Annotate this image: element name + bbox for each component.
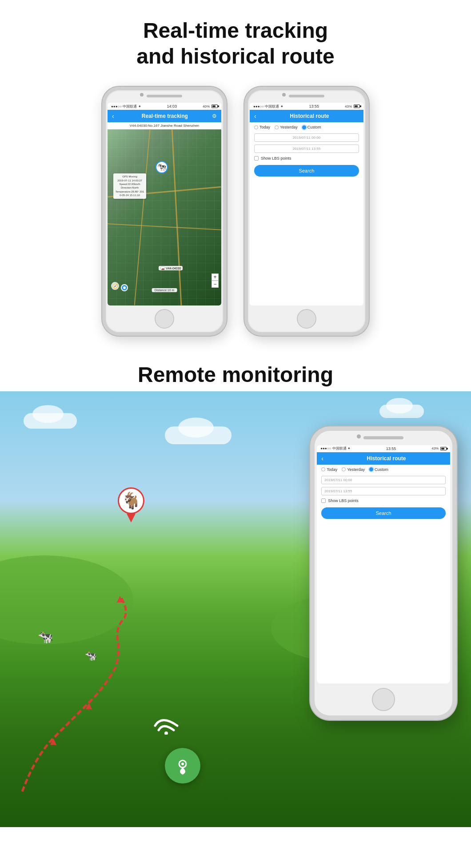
animal-emoji: 🐄 — [157, 162, 167, 172]
date-input-large-1[interactable]: 2019/07/11 00:00 — [321, 476, 446, 484]
home-button-large[interactable] — [372, 688, 395, 711]
app-header-1: ‹ Real-time tracking ⚙ — [108, 110, 221, 122]
phone2-screen: ●●●○○ 中国联通 ✦ 13:55 43% ‹ Historical rout… — [250, 103, 363, 305]
gps-line5: Temperature:26.80° 201 — [116, 190, 144, 193]
map-grid — [108, 129, 221, 305]
wifi-signal-icon — [151, 708, 182, 740]
radio-today[interactable] — [254, 125, 258, 129]
zoom-in-btn[interactable]: + — [212, 273, 219, 281]
app-header-large: ‹ Historical route — [317, 452, 450, 465]
label-today-large: Today — [327, 467, 337, 472]
date-input-1[interactable]: 2019/07/11 00:00 — [254, 133, 359, 142]
gps-line1: GPS Moving — [116, 175, 144, 178]
checkbox-row: Show LBS points — [250, 154, 363, 162]
phone1-screen: ●●●○○ 中国联通 ✦ 14:03 40% ‹ Real-time track… — [108, 103, 221, 305]
hist-options: Today Yesterday Custom — [250, 122, 363, 132]
phone-historical: ●●●○○ 中国联通 ✦ 13:55 43% ‹ Historical rout… — [244, 87, 369, 336]
battery-pct-large: 43% — [431, 446, 439, 450]
vehicle-icon: 🚗 — [160, 266, 165, 270]
carrier-2: ●●●○○ 中国联通 ✦ — [253, 104, 283, 109]
cloud-3 — [379, 405, 424, 418]
zoom-controls: + − — [212, 273, 219, 288]
scene-gps-pin: 🐐 — [118, 487, 144, 522]
battery-icon-large — [440, 447, 447, 450]
phones-row: ●●●○○ 中国联通 ✦ 14:03 40% ‹ Real-time track… — [9, 87, 462, 336]
title-line2: and historical route — [136, 44, 334, 68]
phone-large: ●●●○○ 中国联通 ✦ 13:55 43% ‹ Historical rout… — [310, 426, 457, 720]
radio-yesterday-large[interactable] — [342, 467, 346, 471]
distance-label: Distance:10 m — [152, 288, 177, 292]
animal-avatar: 🐄 — [156, 161, 168, 173]
back-btn-1[interactable]: ‹ — [112, 113, 114, 120]
checkbox-label-large: Show LBS points — [328, 498, 359, 503]
gps-line2: 2019-07-11 14:03:27 — [116, 179, 144, 182]
gps-green-button[interactable] — [165, 748, 200, 784]
address-bar-1: V44-04030:No.167 Jianshe Road Shenzhen — [108, 122, 221, 129]
battery-pct-1: 40% — [203, 104, 210, 108]
battery-icon-1 — [212, 104, 218, 108]
svg-point-3 — [164, 731, 168, 735]
option-yesterday-large[interactable]: Yesterday — [342, 467, 365, 472]
option-today[interactable]: Today — [254, 125, 270, 129]
status-bar-1: ●●●○○ 中国联通 ✦ 14:03 40% — [108, 103, 221, 110]
header-title-1: Real-time tracking — [118, 113, 212, 119]
option-custom-large[interactable]: Custom — [369, 467, 388, 472]
time-1: 14:03 — [167, 104, 177, 108]
lbs-checkbox-large[interactable] — [321, 498, 326, 503]
battery-1: 40% — [203, 104, 218, 108]
search-button-large[interactable]: Search — [321, 507, 446, 519]
option-today-large[interactable]: Today — [321, 467, 337, 472]
remote-scene: 🐄 🐄 🐐 ●●●○○ 中国联通 ✦ — [0, 391, 471, 827]
date-input-2[interactable]: 2019/07/11 13:55 — [254, 145, 359, 153]
animal-cow2: 🐄 — [85, 650, 97, 662]
label-yesterday-large: Yesterday — [347, 467, 365, 472]
svg-point-5 — [181, 763, 184, 765]
app-header-2: ‹ Historical route — [250, 110, 363, 122]
gps-info-popup: GPS Moving 2019-07-11 14:03:27 Speed:22.… — [113, 173, 146, 198]
cloud-2 — [165, 426, 232, 444]
battery-icon-2 — [354, 104, 360, 108]
time-large: 13:55 — [386, 446, 396, 451]
scene-animal-avatar: 🐐 — [118, 487, 144, 514]
lbs-checkbox[interactable] — [254, 156, 259, 161]
option-yesterday[interactable]: Yesterday — [275, 125, 298, 129]
remote-title: Remote monitoring — [9, 362, 462, 387]
back-btn-2[interactable]: ‹ — [254, 113, 256, 120]
phone-realtime: ●●●○○ 中国联通 ✦ 14:03 40% ‹ Real-time track… — [102, 87, 227, 336]
main-title: Real-time tracking and historical route — [9, 18, 462, 69]
map-area-1[interactable]: GPS Moving 2019-07-11 14:03:27 Speed:22.… — [108, 129, 221, 305]
section-tracking: Real-time tracking and historical route … — [0, 0, 471, 349]
radio-custom[interactable] — [302, 125, 306, 129]
home-button-2[interactable] — [297, 309, 316, 329]
title-line1: Real-time tracking — [143, 19, 328, 42]
vehicle-label: 🚗 V44-04030 — [159, 266, 183, 270]
time-2: 13:55 — [309, 104, 319, 108]
zoom-out-btn[interactable]: − — [212, 281, 219, 288]
hist-options-large: Today Yesterday Custom — [317, 465, 450, 474]
gps-line6: 0-05-24 15:11:10 — [116, 193, 144, 197]
back-btn-large[interactable]: ‹ — [321, 455, 323, 462]
date-input-large-2[interactable]: 2019/07/11 13:55 — [321, 487, 446, 495]
radio-yesterday[interactable] — [275, 125, 279, 129]
label-yesterday: Yesterday — [280, 125, 298, 129]
checkbox-label: Show LBS points — [261, 156, 291, 161]
status-bar-2: ●●●○○ 中国联通 ✦ 13:55 43% — [250, 103, 363, 110]
radio-custom-large[interactable] — [369, 467, 373, 471]
section-remote: Remote monitoring — [0, 349, 471, 387]
vehicle-id: V44-04030 — [166, 267, 181, 270]
gps-line4: Direction:North — [116, 186, 144, 189]
settings-icon-1[interactable]: ⚙ — [212, 113, 217, 119]
radio-today-large[interactable] — [321, 467, 325, 471]
battery-2: 43% — [345, 104, 360, 108]
animal-cow: 🐄 — [38, 630, 53, 644]
checkbox-row-large: Show LBS points — [317, 497, 450, 505]
cloud-1 — [24, 413, 77, 429]
gps-line3: Speed:22.00km/h — [116, 182, 144, 186]
phone-large-screen: ●●●○○ 中国联通 ✦ 13:55 43% ‹ Historical rout… — [317, 445, 450, 683]
header-title-2: Historical route — [260, 113, 359, 119]
search-button-1[interactable]: Search — [254, 165, 359, 177]
home-button-1[interactable] — [155, 309, 174, 329]
option-custom[interactable]: Custom — [302, 125, 321, 129]
header-title-large: Historical route — [327, 455, 446, 462]
gps-pin: 🐄 — [156, 161, 168, 173]
